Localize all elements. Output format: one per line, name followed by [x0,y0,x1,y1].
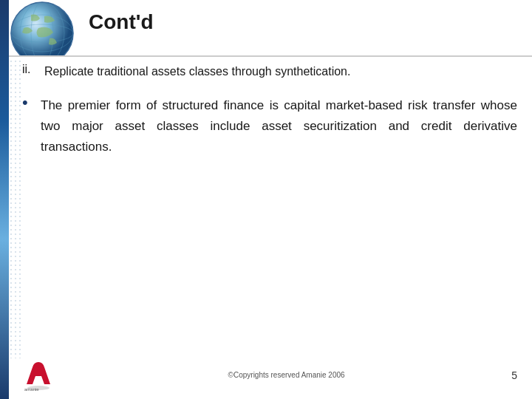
footer-page-number: 5 [511,369,517,381]
divider-line [9,55,532,57]
footer: amanie ©Copyrights reserved Amanie 2006 … [22,358,517,392]
amanie-logo: amanie [22,358,55,392]
bullet-text: The premier form of structured finance i… [41,95,517,157]
item-ii-label: ii. [22,63,44,76]
bullet-dot: • [22,93,41,112]
dots-pattern-decoration [9,59,22,358]
left-border-decoration [0,0,9,399]
svg-text:amanie: amanie [24,387,39,392]
footer-logo-area: amanie [22,358,55,392]
globe-image [9,0,83,55]
slide-title: Cont'd [89,10,154,33]
content-area: ii. Replicate traditional assets classes… [22,63,517,362]
globe-svg [9,0,75,55]
title-area: Cont'd [89,10,517,34]
slide-container: Cont'd ii. Replicate traditional assets … [0,0,532,399]
footer-copyright: ©Copyrights reserved Amanie 2006 [228,371,345,379]
bullet-item-row: • The premier form of structured finance… [22,95,517,157]
item-ii-text: Replicate traditional assets classes thr… [44,63,350,81]
item-ii-row: ii. Replicate traditional assets classes… [22,63,517,81]
